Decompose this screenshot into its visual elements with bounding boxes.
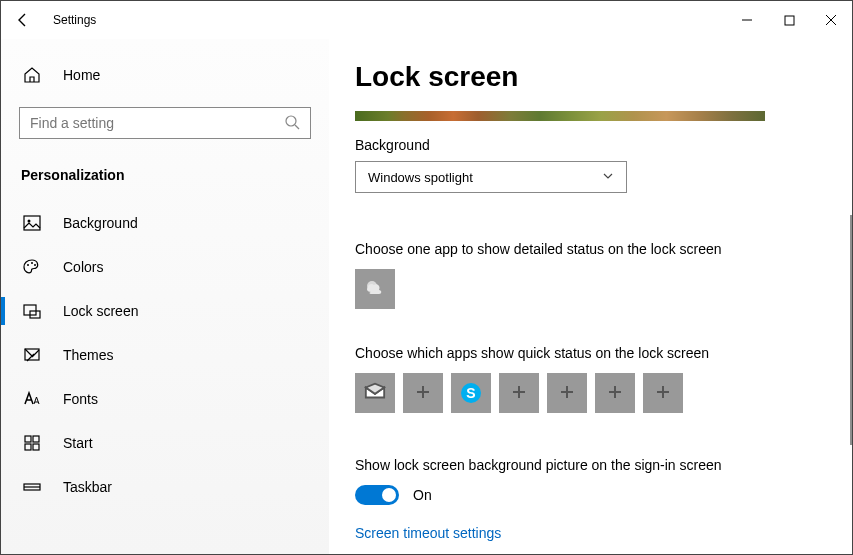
sidebar-item-label: Fonts: [63, 391, 98, 407]
quick-slot-empty[interactable]: [499, 373, 539, 413]
sidebar-item-background[interactable]: Background: [1, 201, 329, 245]
quick-slot-empty[interactable]: [595, 373, 635, 413]
svg-point-8: [34, 264, 36, 266]
dropdown-value: Windows spotlight: [368, 170, 473, 185]
taskbar-icon: [23, 478, 41, 496]
nav-home-label: Home: [63, 67, 100, 83]
back-button[interactable]: [1, 1, 45, 39]
quick-slot-empty[interactable]: [643, 373, 683, 413]
page-title: Lock screen: [355, 61, 842, 93]
maximize-button[interactable]: [768, 4, 810, 36]
scrollbar[interactable]: [850, 215, 852, 445]
quick-status-row: S: [355, 373, 842, 413]
search-icon: [284, 114, 300, 133]
sidebar-item-label: Themes: [63, 347, 114, 363]
themes-icon: [23, 346, 41, 364]
quick-slot-empty[interactable]: [547, 373, 587, 413]
detailed-status-label: Choose one app to show detailed status o…: [355, 241, 842, 257]
mail-icon: [364, 381, 386, 406]
quick-slot-mail[interactable]: [355, 373, 395, 413]
signin-picture-toggle[interactable]: [355, 485, 399, 505]
picture-icon: [23, 214, 41, 232]
svg-rect-13: [33, 436, 39, 442]
skype-icon: S: [461, 383, 481, 403]
weather-icon: [363, 276, 387, 303]
section-header: Personalization: [21, 167, 329, 183]
svg-rect-12: [25, 436, 31, 442]
sidebar-item-label: Lock screen: [63, 303, 138, 319]
plus-icon: [415, 384, 431, 403]
sidebar-item-themes[interactable]: Themes: [1, 333, 329, 377]
svg-point-2: [286, 116, 296, 126]
svg-rect-1: [785, 16, 794, 25]
svg-rect-4: [24, 216, 40, 230]
sidebar-item-fonts[interactable]: Fonts: [1, 377, 329, 421]
chevron-down-icon: [602, 170, 614, 185]
sidebar-item-lockscreen[interactable]: Lock screen: [1, 289, 329, 333]
sidebar-item-label: Background: [63, 215, 138, 231]
svg-point-5: [28, 220, 31, 223]
quick-slot-empty[interactable]: [403, 373, 443, 413]
screen-timeout-link[interactable]: Screen timeout settings: [355, 525, 842, 541]
start-icon: [23, 434, 41, 452]
search-field[interactable]: [19, 107, 311, 139]
detailed-status-app-tile[interactable]: [355, 269, 395, 309]
home-icon: [23, 66, 41, 84]
svg-point-6: [27, 264, 29, 266]
svg-rect-15: [33, 444, 39, 450]
sidebar-item-label: Taskbar: [63, 479, 112, 495]
toggle-state-label: On: [413, 487, 432, 503]
palette-icon: [23, 258, 41, 276]
quick-slot-skype[interactable]: S: [451, 373, 491, 413]
quick-status-label: Choose which apps show quick status on t…: [355, 345, 842, 361]
svg-line-3: [295, 125, 299, 129]
lockscreen-preview: [355, 111, 765, 121]
background-label: Background: [355, 137, 842, 153]
plus-icon: [511, 384, 527, 403]
minimize-button[interactable]: [726, 4, 768, 36]
sidebar-item-label: Start: [63, 435, 93, 451]
nav-list: Background Colors Lock screen Themes: [1, 201, 329, 509]
main-panel: Lock screen Background Windows spotlight…: [329, 39, 852, 554]
titlebar: Settings: [1, 1, 852, 39]
svg-rect-14: [25, 444, 31, 450]
lockscreen-icon: [23, 302, 41, 320]
close-button[interactable]: [810, 4, 852, 36]
signin-picture-label: Show lock screen background picture on t…: [355, 457, 842, 473]
sidebar-item-colors[interactable]: Colors: [1, 245, 329, 289]
background-dropdown[interactable]: Windows spotlight: [355, 161, 627, 193]
fonts-icon: [23, 390, 41, 408]
sidebar: Home Personalization Background Colors: [1, 39, 329, 554]
plus-icon: [655, 384, 671, 403]
search-input[interactable]: [30, 115, 284, 131]
plus-icon: [607, 384, 623, 403]
window-title: Settings: [53, 13, 96, 27]
sidebar-item-start[interactable]: Start: [1, 421, 329, 465]
nav-home[interactable]: Home: [1, 55, 329, 95]
sidebar-item-label: Colors: [63, 259, 103, 275]
sidebar-item-taskbar[interactable]: Taskbar: [1, 465, 329, 509]
plus-icon: [559, 384, 575, 403]
svg-point-7: [31, 262, 33, 264]
